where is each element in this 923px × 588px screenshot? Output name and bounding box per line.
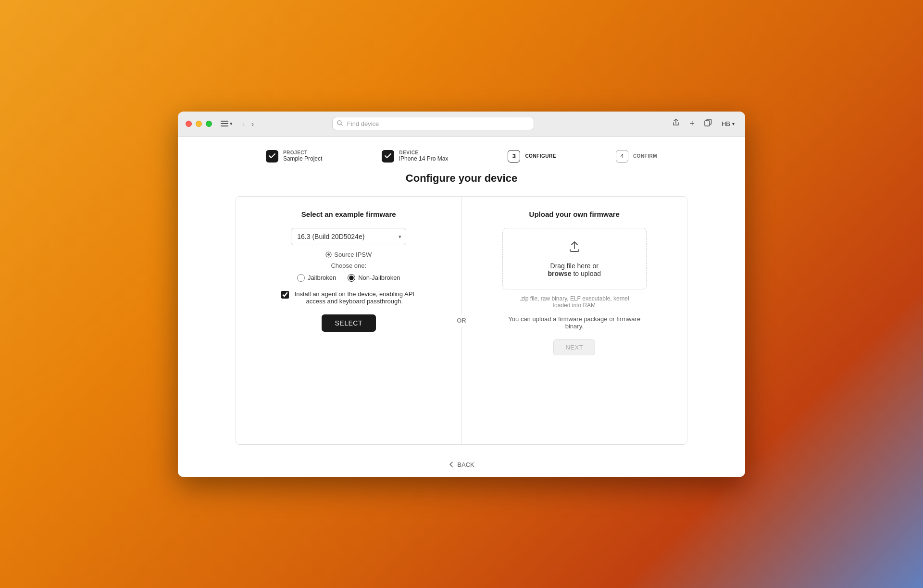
nav-forward-button[interactable]: › [249,118,257,130]
choose-one-label: Choose one: [331,262,366,269]
search-icon [337,120,343,127]
upload-text-2: to upload [573,270,601,277]
radio-non-jailbroken-text: Non-Jailbroken [358,274,400,281]
step-1-sublabel: Sample Project [283,155,322,162]
upload-hint: .zip file, raw binary, ELF executable, k… [512,295,637,309]
radio-jailbroken-label[interactable]: Jailbroken [297,274,336,282]
traffic-lights [186,121,212,127]
or-divider: OR [455,314,468,327]
step-2-sublabel: iPhone 14 Pro Max [399,155,448,162]
svg-rect-5 [705,121,710,126]
duplicate-button[interactable] [701,117,715,130]
radio-group: Jailbroken Non-Jailbroken [297,274,400,282]
stepper: PROJECT Sample Project DEVICE iPhone 14 … [178,137,745,172]
step-2-icon [382,150,394,163]
step-3-num: 3 [508,150,520,163]
step-2-label: DEVICE [399,150,448,155]
user-initials: HB [722,120,730,127]
upload-browse-text[interactable]: browse [548,270,571,277]
radio-non-jailbroken[interactable] [348,274,355,282]
search-bar [332,117,534,130]
upload-dropzone[interactable]: Drag file here or browse to upload [502,228,647,289]
main-content: PROJECT Sample Project DEVICE iPhone 14 … [178,137,745,477]
step-2-device: DEVICE iPhone 14 Pro Max [382,150,448,163]
maximize-button[interactable] [206,121,212,127]
back-link[interactable]: BACK [449,461,474,468]
svg-line-4 [341,124,342,125]
titlebar-right-actions: + HB ▾ [669,117,737,131]
step-3-text: CONFIGURE [525,153,556,159]
app-window: ▾ ‹ › + [178,112,745,477]
step-4-num: 4 [616,150,628,163]
step-1-text: PROJECT Sample Project [283,150,322,162]
sidebar-toggle[interactable]: ▾ [218,119,236,129]
user-menu[interactable]: HB ▾ [719,118,737,129]
step-4-confirm: 4 CONFIRM [616,150,657,163]
connector-3-4 [562,156,610,156]
upload-text: Drag file here or browse to upload [548,262,601,277]
nav-arrows: ‹ › [239,118,257,130]
add-tab-button[interactable]: + [686,117,698,131]
firmware-select[interactable]: 16.3 (Build 20D5024e) [291,228,406,245]
step-4-text: CONFIRM [633,153,657,159]
step-3-label: CONFIGURE [525,153,556,159]
left-panel: Select an example firmware 16.3 (Build 2… [236,197,462,444]
radio-jailbroken[interactable] [297,274,305,282]
close-button[interactable] [186,121,192,127]
step-4-label: CONFIRM [633,153,657,159]
nav-back-button[interactable]: ‹ [239,118,248,130]
upload-text-1: Drag file here or [550,262,599,270]
left-panel-title: Select an example firmware [301,210,396,218]
connector-2-3 [454,156,502,156]
panels-wrapper: Select an example firmware 16.3 (Build 2… [207,196,716,445]
connector-1-2 [328,156,376,156]
minimize-button[interactable] [196,121,202,127]
step-1-project: PROJECT Sample Project [266,150,322,163]
share-button[interactable] [669,117,683,130]
install-agent-text: Install an agent on the device, enabling… [293,290,416,305]
svg-rect-2 [221,125,228,126]
upload-info-text: You can upload a firmware package or fir… [507,315,642,330]
firmware-dropdown-wrap: 16.3 (Build 20D5024e) ▾ [291,228,406,245]
titlebar: ▾ ‹ › + [178,112,745,137]
search-input[interactable] [332,117,534,130]
page-title: Configure your device [178,172,745,185]
source-ipsw-link[interactable]: Source IPSW [325,251,372,258]
source-ipsw-label: Source IPSW [334,251,372,258]
user-chevron-icon: ▾ [732,121,735,126]
bottom-nav: BACK [178,452,745,477]
step-1-icon [266,150,278,163]
right-panel: Upload your own firmware Drag file here … [462,197,687,444]
upload-icon [568,240,581,256]
radio-jailbroken-text: Jailbroken [308,274,336,281]
right-panel-title: Upload your own firmware [529,210,620,218]
radio-non-jailbroken-label[interactable]: Non-Jailbroken [348,274,400,282]
step-2-text: DEVICE iPhone 14 Pro Max [399,150,448,162]
step-3-configure: 3 CONFIGURE [508,150,556,163]
step-1-label: PROJECT [283,150,322,155]
back-label: BACK [457,461,474,468]
install-agent-checkbox[interactable] [281,291,289,299]
svg-rect-0 [221,121,228,122]
select-button[interactable]: SELECT [322,314,376,332]
svg-rect-1 [221,123,228,124]
next-button[interactable]: NEXT [553,339,595,355]
install-agent-wrap: Install an agent on the device, enabling… [281,290,416,305]
